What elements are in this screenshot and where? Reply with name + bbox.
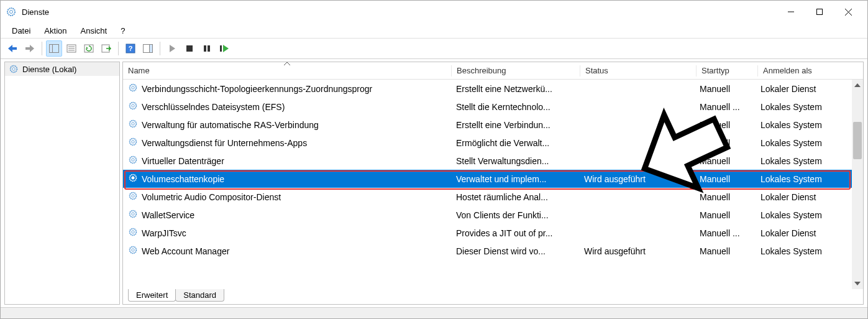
service-row[interactable]: Verschlüsselndes Dateisystem (EFS)Stellt…: [123, 98, 863, 116]
start-service-button[interactable]: [164, 40, 180, 57]
service-starttype: Manuell ...: [695, 102, 756, 112]
service-name: Web Account Manager: [142, 246, 229, 256]
tree-item-services-local[interactable]: Dienste (Lokal): [5, 62, 119, 76]
help-button[interactable]: ?: [122, 40, 139, 57]
service-name: Volumetric Audio Compositor-Dienst: [142, 192, 281, 202]
window-title: Dienste: [22, 7, 777, 17]
service-login: Lokales System: [756, 174, 846, 184]
column-header-login[interactable]: Anmelden als: [758, 66, 849, 75]
svg-rect-6: [12, 47, 17, 50]
service-row[interactable]: Volumetric Audio Compositor-DienstHostet…: [123, 188, 863, 206]
refresh-button[interactable]: [81, 40, 97, 57]
maximize-button[interactable]: [805, 2, 834, 21]
gear-icon: [128, 209, 138, 221]
column-header-description[interactable]: Beschreibung: [452, 66, 580, 75]
svg-point-39: [132, 195, 134, 197]
column-header-name[interactable]: Name: [123, 66, 451, 75]
properties-button[interactable]: [63, 40, 80, 57]
svg-rect-7: [25, 47, 30, 50]
service-row[interactable]: Verbindungsschicht-Topologieerkennungs-Z…: [123, 80, 863, 98]
show-hide-tree-button[interactable]: [46, 40, 62, 57]
sidebar-tree[interactable]: Dienste (Lokal): [4, 62, 120, 305]
service-login: Lokaler Dienst: [756, 84, 846, 94]
scroll-down-button[interactable]: [852, 278, 863, 289]
service-name: Verwaltung für automatische RAS-Verbindu…: [142, 120, 319, 130]
window-controls: [777, 2, 862, 21]
tab-extended[interactable]: Erweitert: [128, 289, 176, 302]
gear-icon: [128, 101, 138, 113]
service-description: Erstellt eine Netzwerkü...: [451, 84, 579, 94]
stop-service-button[interactable]: [181, 40, 198, 57]
gear-icon: [128, 173, 138, 185]
scrollbar-thumb[interactable]: [853, 122, 862, 159]
service-starttype: Manuell: [695, 192, 756, 202]
app-icon: [6, 6, 17, 17]
service-row[interactable]: WarpJITsvcProvides a JIT out of pr...Man…: [123, 224, 863, 242]
svg-rect-20: [186, 45, 193, 52]
service-starttype: Manuell: [695, 138, 756, 148]
service-starttype: Manuell: [695, 156, 756, 166]
gear-icon: [128, 245, 138, 257]
service-description: Stellt die Kerntechnolo...: [451, 102, 579, 112]
scroll-up-button[interactable]: [852, 80, 863, 91]
service-row[interactable]: WalletServiceVon Clients der Funkti...Ma…: [123, 206, 863, 224]
restart-service-button[interactable]: [216, 40, 232, 57]
service-row[interactable]: Web Account ManagerDieser Dienst wird vo…: [123, 242, 863, 260]
service-status: Wird ausgeführt: [579, 246, 695, 256]
menu-help[interactable]: ?: [114, 25, 131, 37]
gear-icon: [128, 137, 138, 149]
service-login: Lokaler Dienst: [756, 228, 846, 238]
svg-rect-9: [50, 45, 53, 53]
close-button[interactable]: [834, 2, 862, 21]
list-header: Name Beschreibung Status Starttyp Anmeld…: [123, 62, 863, 80]
scrollbar-track[interactable]: [852, 91, 863, 278]
export-list-button[interactable]: [98, 40, 114, 57]
svg-point-37: [132, 177, 134, 179]
column-header-status[interactable]: Status: [580, 66, 696, 75]
gear-icon: [128, 191, 138, 203]
pause-service-button[interactable]: [199, 40, 215, 57]
column-header-starttype[interactable]: Starttyp: [697, 66, 757, 75]
nav-forward-button[interactable]: [22, 40, 38, 57]
svg-point-45: [132, 249, 134, 251]
minimize-button[interactable]: [777, 2, 805, 21]
svg-text:?: ?: [129, 45, 133, 52]
toolbar-separator: [160, 42, 160, 55]
gear-icon: [9, 64, 19, 74]
tab-standard[interactable]: Standard: [175, 289, 224, 302]
menu-action[interactable]: Aktion: [38, 25, 73, 37]
gear-icon: [128, 83, 138, 95]
menu-view[interactable]: Ansicht: [75, 25, 114, 37]
service-description: Verwaltet und implem...: [451, 174, 579, 184]
sort-indicator-icon: [283, 62, 291, 66]
svg-point-27: [132, 86, 134, 89]
services-list: Name Beschreibung Status Starttyp Anmeld…: [123, 62, 863, 289]
titlebar: Dienste: [1, 1, 867, 23]
gear-icon: [128, 119, 138, 131]
service-login: Lokales System: [756, 156, 846, 166]
content-area: Dienste (Lokal) Name Beschreibung Status…: [1, 59, 867, 307]
service-row[interactable]: Verwaltungsdienst für Unternehmens-AppsE…: [123, 134, 863, 152]
list-rows: Verbindungsschicht-Topologieerkennungs-Z…: [123, 80, 863, 260]
service-description: Stellt Verwaltungsdien...: [451, 156, 579, 166]
toolbar: ?: [1, 38, 867, 59]
service-row[interactable]: Virtueller DatenträgerStellt Verwaltungs…: [123, 152, 863, 170]
main-panel: Name Beschreibung Status Starttyp Anmeld…: [122, 62, 864, 305]
svg-point-1: [10, 11, 13, 14]
service-description: Hostet räumliche Anal...: [451, 192, 579, 202]
service-starttype: Manuell: [695, 120, 756, 130]
svg-point-41: [132, 213, 134, 215]
service-name: Verbindungsschicht-Topologieerkennungs-Z…: [142, 84, 372, 94]
service-starttype: Manuell: [695, 246, 756, 256]
show-hide-action-pane-button[interactable]: [140, 40, 156, 57]
svg-rect-21: [204, 45, 206, 52]
service-row[interactable]: VolumeschattenkopieVerwaltet und implem.…: [123, 170, 863, 188]
svg-point-31: [132, 123, 134, 125]
svg-point-43: [132, 231, 134, 233]
service-row[interactable]: Verwaltung für automatische RAS-Verbindu…: [123, 116, 863, 134]
service-starttype: Manuell: [695, 174, 756, 184]
nav-back-button[interactable]: [4, 40, 21, 57]
service-name: Virtueller Datenträger: [142, 156, 224, 166]
vertical-scrollbar[interactable]: [852, 80, 863, 289]
menu-file[interactable]: Datei: [6, 25, 37, 37]
